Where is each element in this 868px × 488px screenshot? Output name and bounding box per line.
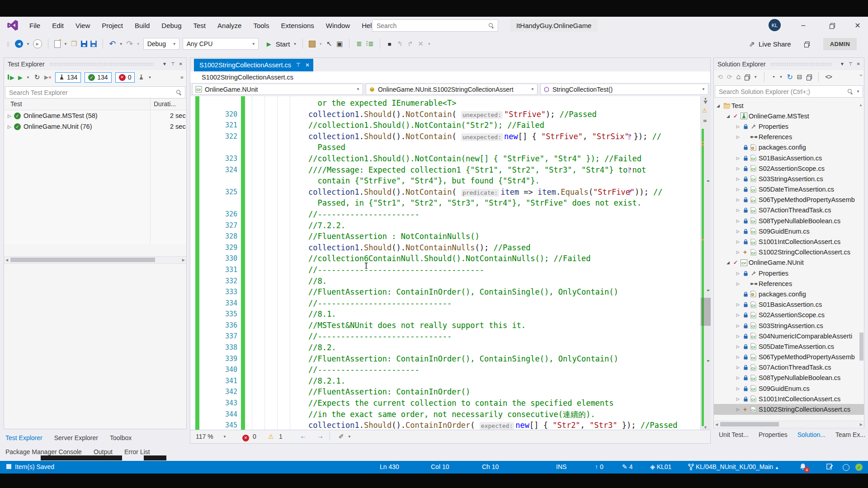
project-dropdown[interactable]: C# OnlineGame.NUnit▼: [192, 84, 363, 95]
column-duration[interactable]: Durati...: [154, 100, 176, 108]
code-line[interactable]: 339 //FluentAssertion: ContainInOrder(),…: [190, 353, 700, 365]
code-line[interactable]: 327 //7.2.2.: [190, 220, 700, 231]
pin-icon[interactable]: ⊤: [849, 61, 853, 66]
tree-item-references[interactable]: ▷References: [714, 132, 864, 142]
code-line[interactable]: 338 //8.2.: [190, 342, 700, 353]
undo-icon[interactable]: ↶: [109, 39, 116, 48]
tree-item-s08typenullableboolean-cs[interactable]: ▷C#S08TypeNullableBoolean.cs: [714, 216, 864, 226]
tab-package-manager-console[interactable]: Package Manager Console: [5, 448, 82, 455]
editor-scrollbar[interactable]: ▲▬▼ ⚠ ▼: [700, 96, 711, 431]
search-icon[interactable]: [176, 90, 181, 95]
scroll-left-icon[interactable]: ◀: [715, 422, 718, 427]
code-line[interactable]: 324 ////Message: Expected collection1 {"…: [190, 164, 700, 176]
splitter-handle[interactable]: ▲▬▼: [702, 97, 709, 104]
expander-icon[interactable]: ▷: [736, 324, 743, 328]
class-dropdown[interactable]: OnlineGame.NUnit.S1002StringCollectionAs…: [366, 84, 538, 95]
tree-item-packages-config[interactable]: packages.config: [714, 289, 864, 299]
panel-grip[interactable]: [49, 62, 154, 66]
tab-toolbox[interactable]: Toolbox: [110, 434, 132, 441]
start-debug-label[interactable]: Start: [276, 40, 290, 48]
tree-item-s1002stringcollectionassert-cs[interactable]: ▷+C#S1002StringCollectionAssert.cs: [714, 247, 864, 258]
indent-decrease-icon[interactable]: ≣: [355, 39, 363, 48]
expander-icon[interactable]: ▷: [736, 386, 743, 391]
code-line[interactable]: contain {"StrFive", "Str4"}, but found {…: [190, 175, 700, 187]
minimize-button[interactable]: –: [792, 17, 815, 34]
code-line[interactable]: 344 //in the exact same order, not neces…: [190, 409, 700, 420]
code-line[interactable]: Passed, in {"Str1", "Str2", "Str3", "Str…: [190, 197, 700, 209]
code-line[interactable]: 329 collection1.Should().NotContainNulls…: [190, 242, 700, 253]
failed-tests-badge[interactable]: ✕ 0: [115, 72, 135, 83]
tree-item-s02assertionscope-cs[interactable]: ▷C#S02AssertionScope.cs: [714, 310, 864, 320]
switch-views-icon[interactable]: [745, 75, 750, 80]
pending-changes-filter-icon[interactable]: ◔: [771, 73, 775, 80]
expander-icon[interactable]: ▷: [736, 124, 743, 129]
code-line[interactable]: 341 //8.2.1.: [190, 375, 700, 387]
tab-properties[interactable]: Properties: [759, 431, 788, 438]
toolbar-overflow-icon[interactable]: »: [180, 74, 184, 80]
code-line[interactable]: 332 //8.: [190, 276, 700, 287]
expander-icon[interactable]: ▷: [736, 407, 743, 412]
pin-icon[interactable]: ⊤: [171, 61, 175, 66]
expander-icon[interactable]: ▷: [736, 250, 743, 254]
scroll-down-icon[interactable]: ▼: [703, 425, 708, 430]
test-search-input[interactable]: Search Test Explorer: [5, 86, 185, 99]
toolbar-overflow-icon[interactable]: '': [860, 73, 862, 80]
notifications-bell[interactable]: 4: [799, 463, 807, 470]
expander-icon[interactable]: ▷: [736, 187, 743, 192]
tree-item-s1001intcollectionassert-cs[interactable]: ▷C#S1001IntCollectionAssert.cs: [714, 394, 864, 404]
expander-icon[interactable]: ▷: [736, 229, 743, 234]
repeat-last-run-icon[interactable]: ↻: [33, 73, 41, 82]
test-group-row[interactable]: ▷✓OnlineGame.NUnit (76)2 sec: [4, 121, 186, 132]
navigate-forward-button[interactable]: ►: [33, 39, 42, 48]
bookmark-icon[interactable]: ■: [386, 39, 393, 48]
sync-with-active-doc-icon[interactable]: [807, 75, 811, 80]
navigate-back-icon[interactable]: ←: [300, 432, 307, 440]
tree-item-s09guidenum-cs[interactable]: ▷C#S09GuidEnum.cs: [714, 226, 864, 236]
expander-icon[interactable]: ▷: [736, 313, 743, 317]
live-share-icon[interactable]: ⇗: [748, 39, 755, 48]
expander-icon[interactable]: ▷: [736, 166, 743, 171]
expander-icon[interactable]: ▷: [736, 177, 743, 181]
test-group-row[interactable]: ▷✓OnlineGame.MSTest (58)2 sec: [4, 110, 186, 121]
code-line[interactable]: 326 //----------------------: [190, 209, 700, 220]
run-all-tests-button[interactable]: ▶: [8, 74, 14, 81]
tab-server-explorer[interactable]: Server Explorer: [54, 434, 98, 441]
code-line[interactable]: 333 //FluentAssertion: ContainInOrder(),…: [190, 286, 700, 298]
expander-icon[interactable]: ▷: [736, 271, 743, 276]
expander-icon[interactable]: ▷: [736, 135, 743, 139]
window-position-icon[interactable]: ▼: [840, 61, 844, 66]
expander-icon[interactable]: ▷: [736, 397, 743, 401]
tree-item-s1001intcollectionassert-cs[interactable]: ▷C#S1001IntCollectionAssert.cs: [714, 236, 864, 247]
test-explorer-hscrollbar[interactable]: ◀ ▶: [4, 256, 186, 264]
solution-configuration-select[interactable]: Debug▼: [143, 38, 179, 50]
tree-item-s07actionthreadtask-cs[interactable]: ▷C#S07ActionThreadTask.cs: [714, 362, 864, 373]
expander-icon[interactable]: ▷: [736, 355, 743, 359]
cursor-tool-icon[interactable]: ↖: [326, 39, 333, 48]
tree-item-s01basicassertion-cs[interactable]: ▷C#S01BasicAssertion.cs: [714, 153, 864, 163]
tree-item-s06typemethodpropertyassemb[interactable]: ▷C#S06TypeMethodPropertyAssemb: [714, 352, 864, 362]
tab-label[interactable]: S1002StringCollectionAssert.cs: [199, 61, 291, 69]
undo-dropdown[interactable]: ▼: [119, 42, 123, 46]
expander-icon[interactable]: ▷: [736, 156, 743, 160]
expander-icon[interactable]: ◢: [717, 103, 723, 108]
tree-item-s05datetimeassertion-cs[interactable]: ▷C#S05DateTimeAssertion.cs: [714, 184, 864, 195]
solution-hscrollbar[interactable]: ◀ ▶: [714, 421, 864, 428]
tab-solution-[interactable]: Solution...: [797, 431, 826, 438]
tab-output[interactable]: Output: [94, 448, 113, 455]
code-line[interactable]: 321 //collection1.Should().NotContain("S…: [190, 120, 700, 131]
code-line[interactable]: 340 //----------------------: [190, 364, 700, 375]
code-line[interactable]: Passed: [190, 142, 700, 153]
tree-item-onlinegame-mstest[interactable]: ◢✓OnlineGame.MSTest: [714, 111, 864, 121]
tab-team-ex-[interactable]: Team Ex...: [835, 431, 865, 438]
expander-icon[interactable]: ▷: [736, 239, 743, 244]
scroll-up-icon[interactable]: ▲: [859, 103, 863, 107]
method-dropdown[interactable]: StringCollectionTest()▼: [540, 84, 708, 95]
tree-item-s06typemethodpropertyassemb[interactable]: ▷C#S06TypeMethodPropertyAssemb: [714, 195, 864, 205]
tree-item-test[interactable]: ◢Test: [714, 100, 864, 111]
code-line[interactable]: 331 //----------------------------------…: [190, 264, 700, 276]
tab-test-explorer[interactable]: Test Explorer: [5, 434, 42, 441]
code-line[interactable]: 330 //collection6ContainNull.Should().No…: [190, 253, 700, 264]
run-tests-button[interactable]: ▶: [18, 74, 23, 81]
close-panel-icon[interactable]: ✕: [179, 61, 183, 66]
error-count[interactable]: ✕: [242, 433, 249, 441]
